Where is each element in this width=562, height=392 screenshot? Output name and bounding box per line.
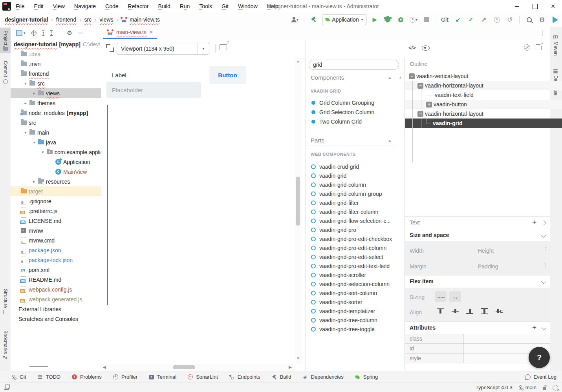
- tool-button-maven[interactable]: m Maven: [550, 31, 561, 58]
- git-history-button[interactable]: [492, 15, 502, 24]
- tree-item-themes[interactable]: ▸themes: [11, 98, 101, 108]
- component-item[interactable]: Grid Selection Column: [306, 108, 394, 117]
- canvas-button-widget[interactable]: Button: [209, 66, 246, 84]
- margin-field[interactable]: Margin: [410, 263, 427, 270]
- minimize-button[interactable]: ─: [508, 0, 526, 13]
- user-profile-button[interactable]: ▾: [290, 15, 299, 24]
- tool-button-project[interactable]: Project: [0, 28, 11, 53]
- tree-item-Application[interactable]: CApplication: [11, 157, 101, 167]
- component-item[interactable]: Grid Column Grouping: [306, 98, 394, 108]
- tree-item-node_modules[interactable]: node_modules[myapp]: [11, 108, 101, 118]
- tree-item-mvnw[interactable]: ›mvnw: [11, 226, 101, 235]
- grow-button[interactable]: ↔: [449, 291, 461, 302]
- tree-item-.prettierrc.js[interactable]: JS.prettierrc.js: [11, 206, 101, 216]
- outline-node-vaadin-button[interactable]: +vaadin-button: [405, 100, 562, 109]
- menu-run[interactable]: Run: [180, 3, 190, 9]
- project-scrollbar-thumb[interactable]: [29, 366, 48, 367]
- chevron-right-icon[interactable]: [541, 220, 546, 225]
- menu-edit[interactable]: Edit: [34, 3, 44, 9]
- tree-item-package.json[interactable]: {}package.json: [11, 245, 101, 255]
- tree-item-resources[interactable]: ▸resources: [11, 177, 101, 186]
- breadcrumb-item[interactable]: frontend: [56, 16, 76, 23]
- collapse-node-icon[interactable]: −: [409, 73, 415, 79]
- menu-file[interactable]: File: [16, 3, 25, 9]
- tree-item-.mvn[interactable]: .mvn: [11, 59, 101, 69]
- tool-window-button-event-log[interactable]: Event Log: [525, 374, 557, 380]
- align-end-icon[interactable]: [465, 307, 474, 315]
- part-item[interactable]: vaadin-grid-column: [306, 180, 394, 190]
- component-item[interactable]: Two Column Grid: [306, 117, 394, 126]
- add-attribute-icon[interactable]: +: [532, 323, 536, 332]
- expand-all-button[interactable]: ▴▾: [42, 30, 45, 36]
- chevron-down-icon[interactable]: [541, 233, 546, 238]
- viewport-select[interactable]: Viewport (1134 x 950) ▾: [117, 43, 209, 55]
- debug-button[interactable]: [383, 15, 392, 24]
- flex-section-row[interactable]: Flex Item: [405, 275, 550, 287]
- part-item[interactable]: vaadin-crud-grid: [306, 162, 394, 171]
- chevron-down-icon[interactable]: [541, 325, 546, 330]
- run-configuration-select[interactable]: Application ▾: [322, 14, 366, 25]
- tree-chevron-icon[interactable]: ▸: [22, 101, 29, 105]
- width-field[interactable]: Width: [410, 248, 424, 254]
- tree-chevron-icon[interactable]: ▸: [30, 91, 38, 95]
- size-section-row[interactable]: Size and space: [405, 229, 550, 241]
- settings-button[interactable]: ⚙: [537, 15, 547, 24]
- align-stretch-icon[interactable]: [480, 307, 489, 315]
- text-section-row[interactable]: Text +: [405, 216, 550, 228]
- outline-node-vaadin-horizontal-layout[interactable]: −vaadin-horizontal-layout: [405, 81, 562, 90]
- part-item[interactable]: vaadin-grid-tree-toggle: [306, 325, 394, 334]
- git-update-button[interactable]: ↙: [453, 15, 463, 24]
- part-item[interactable]: vaadin-grid-templatizer: [306, 306, 394, 316]
- close-button[interactable]: ✕: [544, 0, 562, 13]
- part-item[interactable]: vaadin-grid-filter-column: [306, 207, 394, 217]
- help-button[interactable]: ?: [529, 347, 550, 368]
- select-opened-file-button[interactable]: ▾: [16, 30, 26, 36]
- tree-item-Scratches and Consoles[interactable]: Scratches and Consoles: [11, 314, 101, 324]
- run-button[interactable]: ▶: [370, 15, 379, 24]
- attribute-key-style[interactable]: style: [405, 354, 464, 363]
- unlock-icon[interactable]: [543, 387, 546, 390]
- breadcrumb-item[interactable]: designer-tutorial: [5, 16, 48, 23]
- part-item[interactable]: vaadin-grid-pro-edit-column: [306, 243, 394, 253]
- attribute-key-id[interactable]: id: [405, 344, 464, 353]
- canvas-textfield-widget[interactable]: Placeholder: [106, 82, 201, 98]
- attribute-value-cell[interactable]: [464, 334, 550, 343]
- tree-item-pom.xml[interactable]: mpom.xml: [11, 265, 101, 275]
- vertical-scroll-thumb[interactable]: [296, 177, 300, 226]
- git-rollback-button[interactable]: ↺: [505, 15, 514, 24]
- tool-window-button-terminal[interactable]: >Terminal: [148, 374, 176, 380]
- tab-main-view[interactable]: main-view.ts ✕: [103, 27, 157, 39]
- tree-item-src[interactable]: ▾src: [11, 78, 101, 88]
- viewport-dropdown-icon[interactable]: ▾: [198, 43, 209, 54]
- canvas-label-widget[interactable]: Label: [112, 72, 126, 78]
- git-push-button[interactable]: ↗: [479, 15, 489, 24]
- collapse-all-button[interactable]: ▾▴: [50, 30, 53, 36]
- tree-item-package-lock.json[interactable]: {}package-lock.json: [11, 255, 101, 265]
- part-item[interactable]: vaadin-grid-pro: [306, 225, 394, 235]
- outline-node-vaadin-text-field[interactable]: vaadin-text-field: [405, 90, 562, 100]
- attributes-section-row[interactable]: Attributes +: [405, 321, 550, 334]
- design-canvas[interactable]: Label Button Placeholder: [101, 58, 295, 364]
- hide-panel-button[interactable]: ─: [78, 29, 82, 36]
- tree-item-LICENSE.md[interactable]: MDLICENSE.md: [11, 216, 101, 226]
- outline-node-vaadin-vertical-layout[interactable]: −vaadin-vertical-layout: [405, 71, 554, 81]
- menu-refactor[interactable]: Refactor: [128, 3, 149, 9]
- canvas-vertical-scrollbar[interactable]: ▲ ▼: [295, 58, 302, 364]
- tree-chevron-icon[interactable]: ▾: [22, 81, 29, 86]
- tool-window-button-git[interactable]: Git: [11, 374, 26, 380]
- menu-view[interactable]: View: [53, 3, 65, 9]
- align-center-icon[interactable]: [450, 307, 460, 315]
- tree-item-.gitignore[interactable]: ⊘.gitignore: [11, 196, 101, 206]
- profiler-button[interactable]: ▾: [409, 15, 418, 24]
- tree-chevron-icon[interactable]: ▾: [39, 150, 47, 154]
- menu-build[interactable]: Build: [158, 3, 170, 9]
- canvas-selected-grid-edge[interactable]: [107, 105, 108, 305]
- tree-item-designer-tutorial[interactable]: designer-tutorial[myapp]C:\dev\: [11, 39, 101, 49]
- globe-settings-icon[interactable]: [553, 385, 558, 390]
- horizontal-scroll-thumb[interactable]: [173, 365, 195, 369]
- scroll-down-icon[interactable]: ▼: [295, 356, 302, 360]
- build-project-button[interactable]: [309, 15, 319, 24]
- tool-window-button-sonarlint[interactable]: ~SonarLint: [187, 374, 218, 380]
- tree-item-main[interactable]: ▾main: [11, 128, 101, 137]
- part-item[interactable]: vaadin-grid-column-group: [306, 189, 394, 199]
